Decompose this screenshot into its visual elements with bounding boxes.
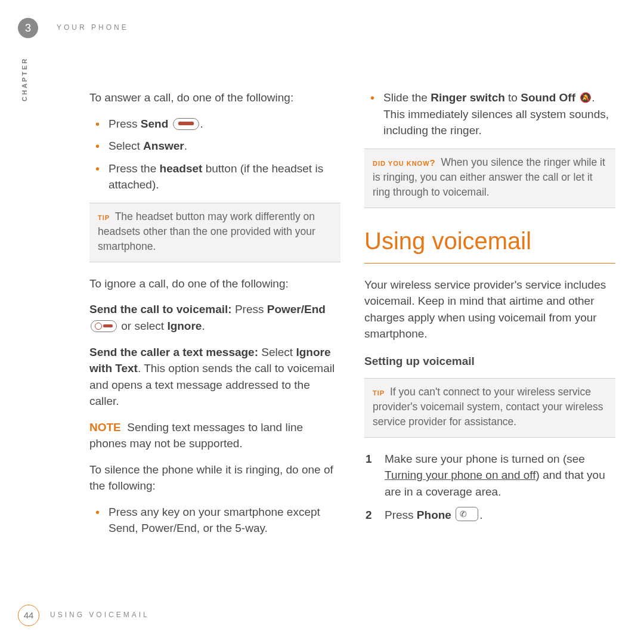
send-voicemail-label: Send the call to voicemail: [89, 303, 232, 315]
text: . [479, 509, 482, 521]
text: Press [232, 303, 267, 315]
ringer-switch-label: Ringer switch [431, 91, 505, 104]
text: . [184, 140, 187, 152]
power-end-label: Power/End [267, 303, 326, 315]
list-item: Press any key on your smartphone except … [89, 504, 340, 537]
chapter-number-badge: 3 [18, 18, 38, 38]
list-item: Slide the Ringer switch to Sound Off . T… [364, 89, 615, 139]
power-end-key-icon [91, 320, 117, 332]
sound-off-icon [580, 92, 590, 103]
send-to-voicemail-para: Send the call to voicemail: Press Power/… [89, 301, 340, 334]
page-number-badge: 44 [18, 605, 39, 626]
ignore-label: Ignore [167, 320, 202, 332]
answer-label: Answer [143, 140, 184, 152]
content-columns: To answer a call, do one of the followin… [89, 89, 615, 543]
turning-phone-on-off-link[interactable]: Turning your phone on and off [385, 469, 536, 481]
silence-intro: To silence the phone while it is ringing… [89, 462, 340, 494]
left-column: To answer a call, do one of the followin… [89, 89, 340, 543]
section-heading-using-voicemail: Using voicemail [364, 224, 615, 264]
text: Make sure your phone is turned on (see [385, 453, 585, 465]
chapter-sidebar: 3 [18, 18, 38, 38]
list-item: Press the headset button (if the headset… [89, 160, 340, 193]
step-item: Press Phone . [364, 507, 615, 524]
chapter-label-vertical: CHAPTER [20, 57, 30, 101]
did-you-know-callout: DID YOU KNOW? When you silence the ringe… [364, 148, 615, 208]
ignore-intro: To ignore a call, do one of the followin… [89, 275, 340, 292]
text: to [505, 91, 521, 104]
silence-options-list-left: Press any key on your smartphone except … [89, 504, 340, 537]
text: Press [109, 117, 141, 130]
text: Select [109, 140, 143, 152]
text: . [202, 320, 205, 332]
tip-text: The headset button may work differently … [98, 210, 315, 253]
sound-off-label: Sound Off [521, 91, 575, 104]
headset-label: headset [160, 162, 203, 175]
setting-up-voicemail-heading: Setting up voicemail [364, 353, 615, 370]
voicemail-intro: Your wireless service provider's service… [364, 277, 615, 342]
dyk-label-text: DID YOU KNOW [373, 160, 430, 167]
text: Press any key on your smartphone except … [109, 506, 320, 535]
text: or select [118, 320, 167, 332]
text: Select [258, 346, 296, 358]
text: Press the [109, 162, 160, 175]
step-item: Make sure your phone is turned on (see T… [364, 451, 615, 500]
tip-label: TIP [373, 389, 385, 397]
setup-steps-list: Make sure your phone is turned on (see T… [364, 451, 615, 524]
list-item: Press Send . [89, 116, 340, 132]
send-text-label: Send the caller a text message: [89, 346, 258, 358]
send-key-label: Send [141, 117, 168, 130]
answer-options-list: Press Send . Select Answer. Press the he… [89, 116, 340, 193]
note-label: NOTE [89, 421, 121, 434]
tip-label: TIP [98, 214, 110, 221]
did-you-know-label: DID YOU KNOW? [373, 160, 436, 167]
send-key-icon [173, 118, 199, 130]
silence-options-list-right: Slide the Ringer switch to Sound Off . T… [364, 89, 615, 139]
right-column: Slide the Ringer switch to Sound Off . T… [364, 89, 615, 543]
tip-voicemail-callout: TIP If you can't connect to your wireles… [364, 378, 615, 438]
text: . [200, 117, 203, 130]
send-text-para: Send the caller a text message: Select I… [89, 344, 340, 410]
note-para: NOTE Sending text messages to land line … [89, 419, 340, 452]
tip-headset-callout: TIP The headset button may work differen… [89, 203, 340, 262]
phone-key-label: Phone [417, 509, 451, 521]
running-footer: USING VOICEMAIL [50, 610, 150, 620]
page-footer: 44 USING VOICEMAIL [18, 605, 150, 626]
answer-intro: To answer a call, do one of the followin… [89, 89, 340, 106]
note-text: Sending text messages to land line phone… [89, 421, 303, 450]
running-header: YOUR PHONE [57, 23, 129, 33]
text: Press [385, 509, 417, 521]
tip-text: If you can't connect to your wireless se… [373, 386, 603, 428]
text: Slide the [383, 91, 431, 104]
page: 3 CHAPTER YOUR PHONE To answer a call, d… [0, 0, 644, 644]
list-item: Select Answer. [89, 138, 340, 154]
phone-key-icon [456, 507, 478, 521]
